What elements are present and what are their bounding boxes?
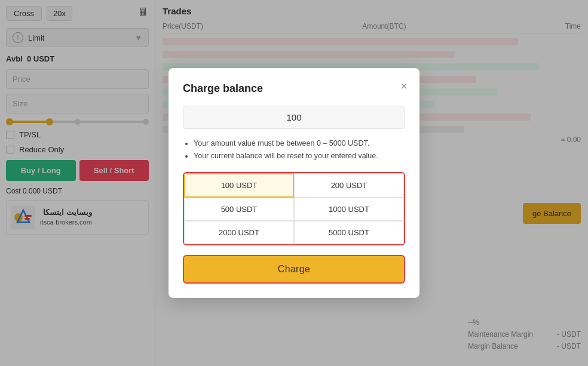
modal-close-button[interactable]: × [400, 80, 408, 92]
charge-balance-modal: Charge balance × Your amount value must … [169, 68, 419, 299]
preset-200[interactable]: 200 USDT [294, 173, 404, 198]
amount-input[interactable] [183, 106, 405, 129]
preset-2000[interactable]: 2000 USDT [184, 221, 294, 244]
charge-button[interactable]: Charge [183, 255, 405, 284]
bullet-1: Your amount value must be between 0 – 50… [194, 137, 405, 150]
modal-title: Charge balance [183, 82, 405, 95]
preset-5000[interactable]: 5000 USDT [294, 221, 404, 244]
preset-500[interactable]: 500 USDT [184, 198, 294, 221]
bullet-2: Your current balance will be reset to yo… [194, 150, 405, 162]
modal-bullets: Your amount value must be between 0 – 50… [183, 137, 405, 163]
modal-overlay: Charge balance × Your amount value must … [0, 0, 588, 366]
preset-100[interactable]: 100 USDT [184, 173, 294, 198]
preset-1000[interactable]: 1000 USDT [294, 198, 404, 221]
preset-grid: 100 USDT 200 USDT 500 USDT 1000 USDT 200… [183, 172, 405, 245]
